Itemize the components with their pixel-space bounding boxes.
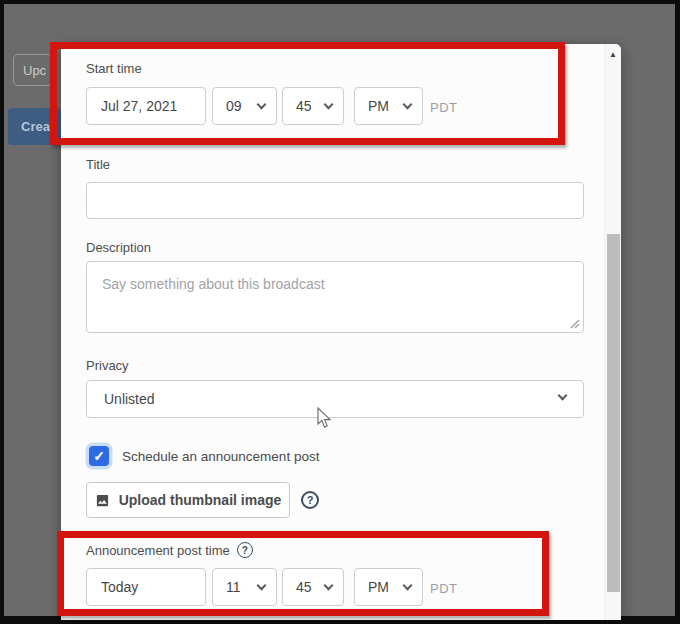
schedule-announcement-checkbox[interactable]: ✓ — [89, 446, 109, 466]
question-mark-glyph: ? — [307, 494, 314, 506]
chevron-down-icon — [558, 391, 568, 401]
upload-thumbnail-label: Upload thumbnail image — [119, 492, 282, 508]
highlight-box-start-time — [50, 42, 565, 145]
scrollbar-up-arrow-icon[interactable]: ▲ — [605, 47, 621, 61]
highlight-box-announcement-time — [57, 531, 549, 616]
description-textarea[interactable]: Say something about this broadcast — [86, 261, 584, 333]
modal-scrollbar[interactable]: ▲ — [604, 44, 621, 620]
title-input[interactable] — [86, 182, 584, 219]
upload-thumbnail-button[interactable]: Upload thumbnail image — [86, 482, 290, 518]
privacy-select[interactable]: Unlisted — [86, 380, 584, 418]
thumbnail-help-icon[interactable]: ? — [301, 491, 319, 509]
privacy-label: Privacy — [86, 358, 129, 373]
privacy-selected-value: Unlisted — [104, 391, 155, 407]
screenshot-frame: Upc Crea Start time Jul 27, 2021 09 45 P… — [0, 0, 680, 624]
mouse-cursor — [316, 407, 333, 430]
background-tab-label: Upc — [23, 63, 46, 78]
image-icon — [95, 493, 110, 508]
background-tab-upcoming[interactable]: Upc — [13, 54, 53, 86]
description-label: Description — [86, 240, 151, 255]
background-create-button-label: Crea — [21, 119, 50, 134]
up-arrow-glyph: ▲ — [609, 50, 617, 59]
scrollbar-thumb[interactable] — [607, 234, 620, 592]
checkmark-icon: ✓ — [93, 448, 105, 464]
schedule-announcement-label[interactable]: Schedule an announcement post — [122, 449, 319, 464]
page-overlay: Upc Crea Start time Jul 27, 2021 09 45 P… — [4, 4, 675, 616]
resize-grip-icon[interactable] — [570, 319, 580, 329]
title-label: Title — [86, 157, 110, 172]
description-placeholder: Say something about this broadcast — [102, 276, 325, 292]
